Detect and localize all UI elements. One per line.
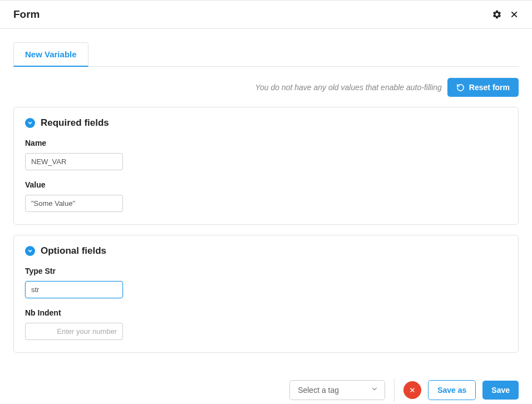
name-label: Name bbox=[25, 139, 507, 147]
nb-indent-input[interactable] bbox=[25, 323, 123, 340]
page-title: Form bbox=[13, 8, 40, 21]
type-str-label: Type Str bbox=[25, 267, 507, 275]
save-button[interactable]: Save bbox=[482, 381, 519, 400]
undo-icon bbox=[456, 83, 465, 92]
value-label: Value bbox=[25, 180, 507, 189]
value-input[interactable] bbox=[25, 195, 123, 212]
content: New Variable You do not have any old val… bbox=[0, 29, 532, 376]
settings-button[interactable] bbox=[492, 9, 502, 19]
type-str-input[interactable] bbox=[25, 281, 123, 298]
tag-select[interactable]: Select a tag bbox=[289, 380, 385, 400]
header: Form bbox=[0, 0, 532, 29]
nb-indent-label: Nb Indent bbox=[25, 308, 507, 317]
save-as-button[interactable]: Save as bbox=[428, 380, 476, 400]
chevron-down-icon bbox=[25, 118, 35, 128]
cancel-button[interactable] bbox=[403, 381, 421, 399]
tab-new-variable[interactable]: New Variable bbox=[13, 42, 88, 67]
footer-divider bbox=[394, 378, 395, 402]
close-button[interactable] bbox=[510, 10, 519, 19]
optional-fields-title: Optional fields bbox=[41, 245, 106, 257]
name-input[interactable] bbox=[25, 153, 123, 170]
optional-fields-toggle[interactable]: Optional fields bbox=[25, 245, 507, 257]
reset-form-label: Reset form bbox=[469, 83, 510, 92]
close-icon bbox=[409, 387, 416, 393]
close-icon bbox=[510, 10, 519, 19]
field-nb-indent: Nb Indent bbox=[25, 308, 507, 340]
reset-hint: You do not have any old values that enab… bbox=[255, 83, 441, 92]
required-fields-title: Required fields bbox=[41, 117, 109, 129]
tag-select-wrapper: Select a tag bbox=[289, 380, 385, 400]
required-fields-toggle[interactable]: Required fields bbox=[25, 117, 507, 129]
field-type-str: Type Str bbox=[25, 267, 507, 298]
gear-icon bbox=[492, 9, 502, 19]
field-value: Value bbox=[25, 180, 507, 212]
header-actions bbox=[492, 9, 519, 19]
reset-row: You do not have any old values that enab… bbox=[13, 78, 519, 97]
reset-form-button[interactable]: Reset form bbox=[447, 78, 519, 97]
field-name: Name bbox=[25, 139, 507, 170]
footer: Select a tag Save as Save bbox=[0, 378, 532, 402]
optional-fields-section: Optional fields Type Str Nb Indent bbox=[13, 235, 519, 353]
tabs: New Variable bbox=[13, 42, 519, 67]
chevron-down-icon bbox=[25, 246, 35, 256]
required-fields-section: Required fields Name Value bbox=[13, 107, 519, 225]
